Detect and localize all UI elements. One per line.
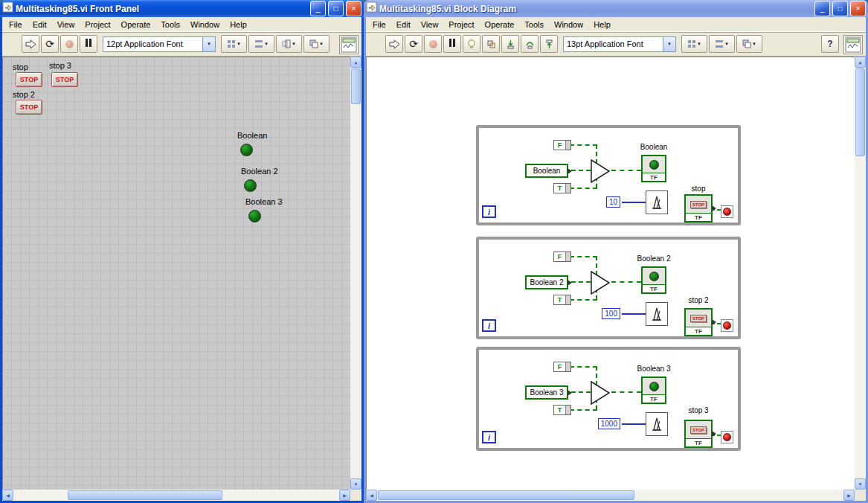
boolean-led[interactable] [240, 144, 253, 156]
wait-ms-constant[interactable]: 1000 [598, 418, 620, 429]
menu-view[interactable]: View [416, 18, 444, 31]
false-constant[interactable]: F [553, 362, 571, 372]
boolean-indicator-terminal[interactable]: TF [641, 266, 666, 294]
vertical-scrollbar[interactable]: ▲ ▼ [350, 57, 361, 490]
distribute-objects-button[interactable]: ▼ [709, 35, 735, 53]
menu-view[interactable]: View [52, 18, 80, 31]
abort-button[interactable] [424, 35, 442, 53]
loop-condition-terminal[interactable] [721, 431, 733, 443]
front-panel-canvas[interactable]: stop stop 3 STOP STOP stop 2 STOP Boolea… [2, 57, 361, 501]
abort-button[interactable] [60, 35, 78, 53]
combo-dropdown-icon[interactable]: ▼ [663, 37, 675, 51]
menu-project[interactable]: Project [80, 18, 115, 31]
wait-ms-function[interactable] [646, 190, 668, 214]
pause-button[interactable] [80, 35, 97, 53]
reorder-objects-button[interactable]: ▼ [303, 35, 329, 53]
stop-button[interactable]: STOP [16, 72, 42, 87]
menu-window[interactable]: Window [549, 18, 588, 31]
scroll-up-icon[interactable]: ▲ [855, 57, 866, 68]
menu-operate[interactable]: Operate [480, 18, 520, 31]
select-function[interactable] [591, 271, 610, 295]
boolean-control-terminal[interactable]: Boolean 3 [525, 385, 568, 400]
scroll-left-icon[interactable]: ◀ [366, 490, 377, 501]
run-continuously-button[interactable]: ⟳ [405, 35, 422, 53]
boolean-indicator-terminal[interactable]: TF [641, 377, 666, 404]
maximize-button[interactable]: □ [328, 1, 344, 16]
menu-tools[interactable]: Tools [155, 18, 185, 31]
false-constant[interactable]: F [553, 140, 571, 150]
wait-ms-function[interactable] [646, 302, 668, 326]
run-continuously-button[interactable]: ⟳ [41, 35, 59, 53]
context-help-button[interactable]: ? [821, 35, 839, 53]
scrollbar-thumb[interactable] [351, 68, 361, 104]
menu-operate[interactable]: Operate [116, 18, 156, 31]
boolean2-led[interactable] [244, 179, 257, 192]
align-objects-button[interactable]: ▼ [221, 35, 247, 53]
iteration-terminal[interactable]: i [482, 319, 496, 332]
while-loop-3[interactable]: F Boolean 3 T Boolean 3 TF 1000 stop 3 S… [476, 347, 741, 451]
maximize-button[interactable]: □ [832, 1, 848, 16]
reorder-objects-button[interactable]: ▼ [736, 35, 762, 53]
font-selector[interactable]: 13pt Application Font ▼ [563, 36, 676, 52]
menu-help[interactable]: Help [225, 18, 252, 31]
scroll-left-icon[interactable]: ◀ [2, 490, 13, 501]
menu-window[interactable]: Window [185, 18, 225, 31]
step-out-button[interactable] [540, 35, 558, 53]
title-bar[interactable]: Multitasking85.vi Block Diagram – □ × [364, 0, 868, 17]
boolean3-led[interactable] [248, 210, 261, 222]
wait-ms-constant[interactable]: 100 [602, 308, 620, 319]
wait-ms-function[interactable] [646, 412, 668, 436]
menu-tools[interactable]: Tools [519, 18, 549, 31]
minimize-button[interactable]: – [814, 1, 830, 16]
true-constant[interactable]: T [553, 183, 571, 193]
while-loop-2[interactable]: F Boolean 2 T Boolean 2 TF 100 stop 2 ST… [476, 237, 741, 339]
highlight-execution-button[interactable] [463, 35, 480, 53]
scroll-up-icon[interactable]: ▲ [350, 57, 361, 68]
scroll-down-icon[interactable]: ▼ [855, 478, 866, 490]
title-bar[interactable]: Multitasking85.vi Front Panel – □ × [0, 0, 364, 17]
step-over-button[interactable] [521, 35, 539, 53]
resize-objects-button[interactable]: ▼ [276, 35, 302, 53]
select-function[interactable] [591, 381, 610, 405]
distribute-objects-button[interactable]: ▼ [248, 35, 274, 53]
step-into-button[interactable] [501, 35, 519, 53]
false-constant[interactable]: F [553, 252, 571, 262]
block-diagram-canvas[interactable]: F Boolean T Boolean TF 10 stop STOPTF i [366, 57, 866, 501]
scroll-right-icon[interactable]: ▶ [339, 490, 350, 501]
stop-button-terminal[interactable]: STOPTF [684, 308, 713, 336]
wait-ms-constant[interactable]: 10 [606, 196, 620, 208]
scrollbar-thumb[interactable] [855, 68, 865, 156]
loop-condition-terminal[interactable] [721, 205, 733, 218]
scroll-down-icon[interactable]: ▼ [350, 478, 361, 490]
retain-wire-values-button[interactable] [482, 35, 500, 53]
menu-edit[interactable]: Edit [28, 18, 52, 31]
scrollbar-thumb[interactable] [68, 490, 222, 500]
run-button[interactable] [385, 35, 403, 53]
while-loop-1[interactable]: F Boolean T Boolean TF 10 stop STOPTF i [476, 125, 741, 225]
select-function[interactable] [591, 159, 610, 183]
menu-edit[interactable]: Edit [391, 18, 416, 31]
horizontal-scrollbar[interactable]: ◀ ▶ [366, 490, 855, 501]
stop2-button[interactable]: STOP [16, 100, 42, 115]
boolean-control-terminal[interactable]: Boolean 2 [525, 275, 568, 289]
run-button[interactable] [22, 35, 39, 53]
loop-condition-terminal[interactable] [721, 319, 733, 332]
true-constant[interactable]: T [553, 295, 571, 305]
menu-project[interactable]: Project [443, 18, 479, 31]
menu-file[interactable]: File [4, 18, 28, 31]
vertical-scrollbar[interactable]: ▲ ▼ [855, 57, 866, 490]
menu-help[interactable]: Help [588, 18, 616, 31]
iteration-terminal[interactable]: i [482, 205, 496, 218]
font-selector[interactable]: 12pt Application Font ▼ [103, 36, 216, 52]
align-objects-button[interactable]: ▼ [681, 35, 707, 53]
stop-button-terminal[interactable]: STOPTF [684, 194, 713, 222]
true-constant[interactable]: T [553, 405, 571, 415]
scrollbar-thumb[interactable] [378, 490, 634, 500]
close-button[interactable]: × [346, 1, 361, 16]
horizontal-scrollbar[interactable]: ◀ ▶ [2, 490, 350, 501]
boolean-indicator-terminal[interactable]: TF [641, 155, 666, 182]
boolean-control-terminal[interactable]: Boolean [525, 164, 568, 178]
combo-dropdown-icon[interactable]: ▼ [202, 37, 215, 51]
stop3-button[interactable]: STOP [51, 72, 78, 87]
stop-button-terminal[interactable]: STOPTF [684, 420, 713, 448]
